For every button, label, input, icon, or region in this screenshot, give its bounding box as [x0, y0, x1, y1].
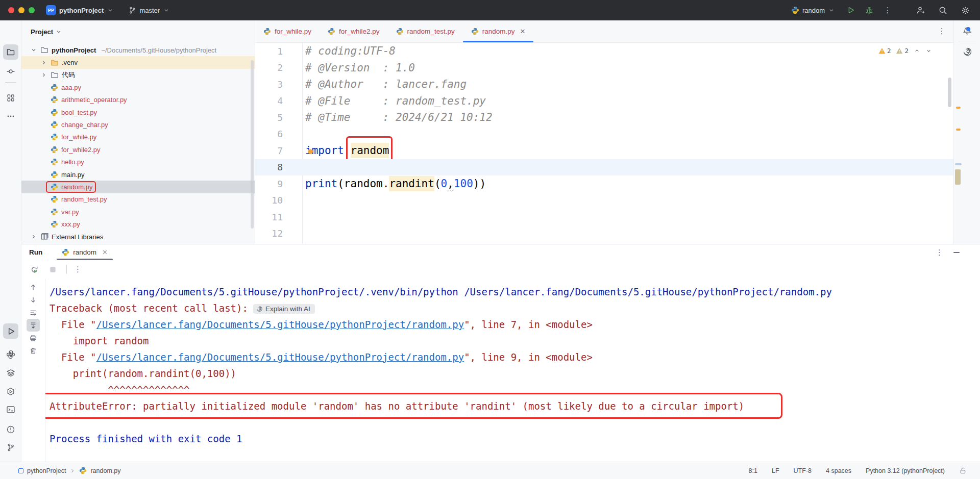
tree-item-aaa-py[interactable]: aaa.py — [21, 81, 255, 93]
close-icon[interactable]: ✕ — [102, 248, 108, 256]
chevron-down-icon[interactable] — [29, 46, 39, 54]
run-tab-random[interactable]: random ✕ — [60, 244, 110, 260]
settings-gear-button[interactable] — [958, 3, 973, 17]
titlebar-project-name[interactable]: pythonProject — [59, 7, 104, 14]
commit-tool-button[interactable] — [3, 64, 18, 79]
code-line-5[interactable]: 5# @Time : 2024/6/21 10:12 — [255, 109, 953, 126]
project-widget[interactable]: PP pythonProject — [46, 5, 114, 15]
chevron-right-icon[interactable] — [29, 233, 39, 240]
tree-item-random-py[interactable]: random.py — [21, 181, 255, 193]
vcs-branch-widget[interactable]: master — [128, 6, 170, 14]
problems-tool-button[interactable] — [3, 422, 18, 437]
more-actions-button[interactable]: ⋮ — [880, 3, 895, 17]
close-window-button[interactable] — [8, 7, 14, 13]
tab-options-button[interactable]: ⋮ — [935, 24, 948, 38]
services-tool-button[interactable] — [3, 384, 18, 399]
stop-button[interactable] — [46, 263, 59, 276]
code-editor[interactable]: 1# coding:UTF-82# @Version : 1.03# @Auth… — [255, 43, 953, 244]
editor-tab-for-while2-py[interactable]: for_while2.py — [320, 20, 388, 42]
code-line-9[interactable]: 9print(random.randint(0,100)) — [255, 175, 953, 192]
error-stripe-warning-mark[interactable] — [956, 129, 961, 131]
stacktrace-file-link[interactable]: /Users/lancer.fang/Documents/5.gitHouse/… — [96, 319, 464, 330]
breadcrumb-file[interactable]: random.py — [90, 467, 120, 474]
line-ending-widget[interactable]: LF — [772, 467, 779, 474]
run-configuration-widget[interactable]: random — [791, 6, 835, 14]
breadcrumb-project[interactable]: pythonProject — [27, 467, 66, 474]
tree-item-main-py[interactable]: main.py — [21, 168, 255, 181]
more-tool-windows-button[interactable] — [3, 109, 18, 124]
tree-item-bool-test-py[interactable]: bool_test.py — [21, 106, 255, 118]
hide-panel-button[interactable] — [953, 252, 960, 253]
project-tree-scrollbar[interactable] — [251, 60, 254, 229]
tree-item-xxx-py[interactable]: xxx.py — [21, 218, 255, 230]
soft-wrap-button[interactable] — [27, 306, 40, 319]
rerun-button[interactable] — [28, 263, 41, 276]
minimize-window-button[interactable] — [18, 7, 24, 13]
version-control-tool-button[interactable] — [3, 440, 18, 455]
code-line-2[interactable]: 2# @Version : 1.0 — [255, 60, 953, 77]
debug-button[interactable] — [862, 3, 877, 17]
editor-tab-random-py[interactable]: random.py✕ — [463, 20, 534, 42]
code-line-7[interactable]: 7import random — [255, 142, 953, 159]
encoding-widget[interactable]: UTF-8 — [794, 467, 812, 474]
tree-item-change-char-py[interactable]: change_char.py — [21, 118, 255, 131]
search-everywhere-button[interactable] — [935, 3, 950, 17]
structure-tool-button[interactable] — [3, 90, 18, 106]
run-console-output[interactable]: /Users/lancer.fang/Documents/5.gitHouse/… — [45, 279, 980, 462]
unlocked-padlock-icon[interactable] — [959, 467, 967, 474]
code-line-3[interactable]: 3# @Author : lancer.fang — [255, 76, 953, 93]
code-line-6[interactable]: 6 — [255, 126, 953, 143]
run-options-button[interactable]: ⋮ — [936, 251, 943, 254]
error-stripe-block-mark[interactable] — [955, 169, 961, 185]
error-stripe-caret-mark[interactable] — [955, 163, 962, 165]
indent-widget[interactable]: 4 spaces — [826, 467, 851, 474]
editor-scrollbar[interactable] — [948, 78, 951, 107]
tree-item-item[interactable]: 代码 — [21, 69, 255, 81]
titlebar-branch-name[interactable]: master — [139, 7, 160, 14]
project-tool-button[interactable] — [3, 44, 18, 60]
warnings-badge[interactable]: 2 — [878, 47, 891, 55]
code-line-8[interactable]: 8 — [255, 159, 953, 176]
code-with-me-button[interactable] — [913, 3, 928, 17]
tree-item-arithmetic-operator-py[interactable]: arithmetic_operator.py — [21, 94, 255, 106]
stacktrace-file-link[interactable]: /Users/lancer.fang/Documents/5.gitHouse/… — [96, 351, 464, 363]
code-line-10[interactable]: 10 — [255, 192, 953, 209]
weak-warnings-badge[interactable]: 2 — [896, 47, 909, 55]
caret-position-widget[interactable]: 8:1 — [749, 467, 757, 474]
code-line-12[interactable]: 12 — [255, 225, 953, 242]
down-stack-trace-button[interactable] — [27, 293, 40, 306]
tree-item-pythonproject[interactable]: pythonProject~/Documents/5.gitHouse/pyth… — [21, 44, 255, 56]
notifications-button[interactable] — [960, 23, 975, 39]
run-button[interactable] — [843, 3, 859, 17]
chevron-right-icon[interactable] — [39, 71, 49, 79]
run-tool-button[interactable] — [3, 323, 18, 339]
scroll-to-end-button[interactable] — [27, 319, 40, 332]
error-stripe-warning-mark[interactable] — [956, 107, 961, 109]
up-stack-trace-button[interactable] — [27, 281, 40, 293]
previous-problem-button[interactable] — [914, 47, 920, 54]
code-line-4[interactable]: 4# @File : random_test.py — [255, 93, 953, 110]
close-icon[interactable]: ✕ — [520, 28, 525, 35]
python-packages-tool-button[interactable] — [3, 347, 18, 362]
tree-item-random-test-py[interactable]: random_test.py — [21, 193, 255, 206]
terminal-tool-button[interactable] — [3, 402, 18, 417]
next-problem-button[interactable] — [925, 47, 932, 54]
tree-item-external-libraries[interactable]: External Libraries — [21, 231, 255, 243]
code-line-1[interactable]: 1# coding:UTF-8 — [255, 43, 953, 60]
tree-item-for-while2-py[interactable]: for_while2.py — [21, 143, 255, 156]
console-options-button[interactable]: ⋮ — [74, 268, 82, 271]
interpreter-widget[interactable]: Python 3.12 (pythonProject) — [866, 467, 945, 474]
clear-console-button[interactable] — [27, 344, 40, 357]
tree-item-hello-py[interactable]: hello.py — [21, 156, 255, 168]
tree-item-venv[interactable]: .venv — [21, 56, 255, 68]
chevron-right-icon[interactable] — [39, 59, 49, 66]
code-line-11[interactable]: 11 — [255, 209, 953, 225]
project-panel-header[interactable]: Project — [21, 20, 255, 43]
tree-item-for-while-py[interactable]: for_while.py — [21, 131, 255, 143]
print-button[interactable] — [27, 332, 40, 344]
run-config-name[interactable]: random — [802, 7, 825, 14]
editor-tab-for-while-py[interactable]: for_while.py — [255, 20, 320, 42]
tree-item-var-py[interactable]: var.py — [21, 206, 255, 218]
ai-assistant-button[interactable] — [960, 44, 975, 59]
python-console-tool-button[interactable] — [3, 365, 18, 381]
